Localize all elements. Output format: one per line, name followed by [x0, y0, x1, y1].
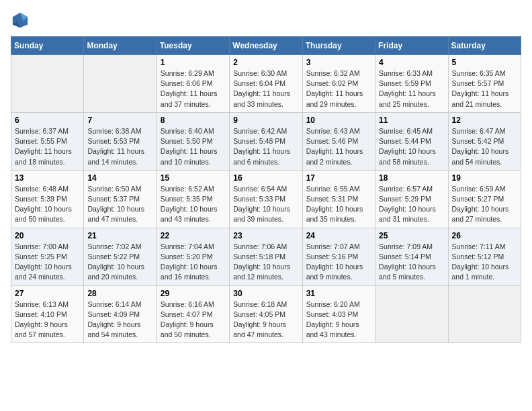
day-info: Sunrise: 6:14 AM Sunset: 4:09 PM Dayligh… — [87, 300, 152, 340]
day-info: Sunrise: 6:54 AM Sunset: 5:33 PM Dayligh… — [233, 184, 298, 225]
calendar-cell: 17Sunrise: 6:55 AM Sunset: 5:31 PM Dayli… — [302, 170, 375, 228]
calendar-cell: 22Sunrise: 7:04 AM Sunset: 5:20 PM Dayli… — [157, 228, 229, 285]
calendar-week-row: 1Sunrise: 6:29 AM Sunset: 6:06 PM Daylig… — [11, 55, 521, 113]
day-info: Sunrise: 6:29 AM Sunset: 6:06 PM Dayligh… — [161, 68, 226, 109]
day-number: 13 — [15, 173, 80, 183]
day-info: Sunrise: 6:55 AM Sunset: 5:31 PM Dayligh… — [306, 184, 371, 225]
calendar-cell: 31Sunrise: 6:20 AM Sunset: 4:03 PM Dayli… — [302, 285, 375, 343]
day-number: 20 — [15, 231, 80, 240]
day-number: 23 — [233, 231, 298, 240]
calendar-cell: 27Sunrise: 6:13 AM Sunset: 4:10 PM Dayli… — [11, 285, 84, 343]
calendar-cell: 8Sunrise: 6:40 AM Sunset: 5:50 PM Daylig… — [157, 112, 229, 170]
day-info: Sunrise: 6:13 AM Sunset: 4:10 PM Dayligh… — [15, 300, 80, 340]
day-info: Sunrise: 6:35 AM Sunset: 5:57 PM Dayligh… — [452, 68, 517, 109]
day-info: Sunrise: 6:16 AM Sunset: 4:07 PM Dayligh… — [161, 300, 226, 340]
calendar-week-row: 13Sunrise: 6:48 AM Sunset: 5:39 PM Dayli… — [11, 170, 521, 228]
day-number: 3 — [306, 58, 371, 67]
day-info: Sunrise: 6:30 AM Sunset: 6:04 PM Dayligh… — [233, 68, 298, 109]
day-number: 19 — [452, 173, 517, 183]
day-info: Sunrise: 6:47 AM Sunset: 5:42 PM Dayligh… — [452, 126, 517, 167]
calendar-cell: 16Sunrise: 6:54 AM Sunset: 5:33 PM Dayli… — [230, 170, 302, 228]
day-info: Sunrise: 6:38 AM Sunset: 5:53 PM Dayligh… — [87, 126, 152, 167]
day-number: 22 — [161, 231, 226, 240]
day-number: 1 — [161, 58, 226, 67]
day-number: 17 — [306, 173, 371, 183]
weekday-header-monday: Monday — [84, 37, 157, 55]
weekday-header-saturday: Saturday — [448, 37, 521, 55]
day-number: 2 — [233, 58, 298, 67]
calendar-cell: 2Sunrise: 6:30 AM Sunset: 6:04 PM Daylig… — [230, 55, 302, 113]
weekday-header-friday: Friday — [375, 37, 448, 55]
day-info: Sunrise: 6:18 AM Sunset: 4:05 PM Dayligh… — [233, 300, 298, 340]
logo — [11, 11, 32, 30]
day-number: 28 — [87, 289, 152, 298]
calendar-cell: 14Sunrise: 6:50 AM Sunset: 5:37 PM Dayli… — [84, 170, 157, 228]
calendar-cell — [375, 285, 448, 343]
day-info: Sunrise: 7:04 AM Sunset: 5:20 PM Dayligh… — [161, 242, 226, 283]
page-header — [11, 11, 521, 30]
calendar-cell — [448, 285, 521, 343]
day-info: Sunrise: 6:45 AM Sunset: 5:44 PM Dayligh… — [379, 126, 444, 167]
calendar-cell: 26Sunrise: 7:11 AM Sunset: 5:12 PM Dayli… — [448, 228, 521, 285]
weekday-header-wednesday: Wednesday — [230, 37, 302, 55]
day-number: 5 — [452, 58, 517, 67]
day-info: Sunrise: 6:50 AM Sunset: 5:37 PM Dayligh… — [87, 184, 152, 225]
calendar-cell: 15Sunrise: 6:52 AM Sunset: 5:35 PM Dayli… — [157, 170, 229, 228]
day-number: 27 — [15, 289, 80, 298]
day-info: Sunrise: 7:02 AM Sunset: 5:22 PM Dayligh… — [87, 242, 152, 283]
day-info: Sunrise: 7:06 AM Sunset: 5:18 PM Dayligh… — [233, 242, 298, 283]
calendar-week-row: 6Sunrise: 6:37 AM Sunset: 5:55 PM Daylig… — [11, 112, 521, 170]
calendar-cell: 10Sunrise: 6:43 AM Sunset: 5:46 PM Dayli… — [302, 112, 375, 170]
day-number: 24 — [306, 231, 371, 240]
day-number: 9 — [233, 116, 298, 125]
calendar-cell: 19Sunrise: 6:59 AM Sunset: 5:27 PM Dayli… — [448, 170, 521, 228]
day-number: 26 — [452, 231, 517, 240]
day-number: 14 — [87, 173, 152, 183]
calendar-cell: 3Sunrise: 6:32 AM Sunset: 6:02 PM Daylig… — [302, 55, 375, 113]
calendar-cell: 18Sunrise: 6:57 AM Sunset: 5:29 PM Dayli… — [375, 170, 448, 228]
calendar-cell: 4Sunrise: 6:33 AM Sunset: 5:59 PM Daylig… — [375, 55, 448, 113]
weekday-header-thursday: Thursday — [302, 37, 375, 55]
day-number: 25 — [379, 231, 444, 240]
day-info: Sunrise: 6:20 AM Sunset: 4:03 PM Dayligh… — [306, 300, 371, 340]
day-number: 31 — [306, 289, 371, 298]
calendar-cell: 20Sunrise: 7:00 AM Sunset: 5:25 PM Dayli… — [11, 228, 84, 285]
day-info: Sunrise: 6:43 AM Sunset: 5:46 PM Dayligh… — [306, 126, 371, 167]
calendar-cell: 24Sunrise: 7:07 AM Sunset: 5:16 PM Dayli… — [302, 228, 375, 285]
calendar-cell: 9Sunrise: 6:42 AM Sunset: 5:48 PM Daylig… — [230, 112, 302, 170]
day-number: 10 — [306, 116, 371, 125]
day-number: 8 — [161, 116, 226, 125]
day-number: 30 — [233, 289, 298, 298]
day-info: Sunrise: 7:07 AM Sunset: 5:16 PM Dayligh… — [306, 242, 371, 283]
day-info: Sunrise: 6:33 AM Sunset: 5:59 PM Dayligh… — [379, 68, 444, 109]
weekday-header-sunday: Sunday — [11, 37, 84, 55]
calendar-cell: 30Sunrise: 6:18 AM Sunset: 4:05 PM Dayli… — [230, 285, 302, 343]
calendar-cell: 25Sunrise: 7:09 AM Sunset: 5:14 PM Dayli… — [375, 228, 448, 285]
calendar-cell: 23Sunrise: 7:06 AM Sunset: 5:18 PM Dayli… — [230, 228, 302, 285]
day-info: Sunrise: 7:00 AM Sunset: 5:25 PM Dayligh… — [15, 242, 80, 283]
calendar-cell: 5Sunrise: 6:35 AM Sunset: 5:57 PM Daylig… — [448, 55, 521, 113]
day-number: 15 — [161, 173, 226, 183]
calendar-cell: 11Sunrise: 6:45 AM Sunset: 5:44 PM Dayli… — [375, 112, 448, 170]
day-info: Sunrise: 6:52 AM Sunset: 5:35 PM Dayligh… — [161, 184, 226, 225]
logo-icon — [11, 11, 30, 30]
calendar-cell — [84, 55, 157, 113]
calendar-cell: 29Sunrise: 6:16 AM Sunset: 4:07 PM Dayli… — [157, 285, 229, 343]
calendar-week-row: 20Sunrise: 7:00 AM Sunset: 5:25 PM Dayli… — [11, 228, 521, 285]
calendar-header-row: SundayMondayTuesdayWednesdayThursdayFrid… — [11, 37, 521, 55]
day-number: 4 — [379, 58, 444, 67]
calendar-cell: 28Sunrise: 6:14 AM Sunset: 4:09 PM Dayli… — [84, 285, 157, 343]
day-number: 6 — [15, 116, 80, 125]
day-number: 21 — [87, 231, 152, 240]
day-info: Sunrise: 6:37 AM Sunset: 5:55 PM Dayligh… — [15, 126, 80, 167]
day-number: 11 — [379, 116, 444, 125]
calendar-cell: 6Sunrise: 6:37 AM Sunset: 5:55 PM Daylig… — [11, 112, 84, 170]
day-info: Sunrise: 7:11 AM Sunset: 5:12 PM Dayligh… — [452, 242, 517, 283]
day-info: Sunrise: 6:59 AM Sunset: 5:27 PM Dayligh… — [452, 184, 517, 225]
calendar-table: SundayMondayTuesdayWednesdayThursdayFrid… — [11, 36, 521, 343]
calendar-cell: 7Sunrise: 6:38 AM Sunset: 5:53 PM Daylig… — [84, 112, 157, 170]
calendar-cell: 12Sunrise: 6:47 AM Sunset: 5:42 PM Dayli… — [448, 112, 521, 170]
day-info: Sunrise: 6:32 AM Sunset: 6:02 PM Dayligh… — [306, 68, 371, 109]
day-info: Sunrise: 6:48 AM Sunset: 5:39 PM Dayligh… — [15, 184, 80, 225]
calendar-cell: 1Sunrise: 6:29 AM Sunset: 6:06 PM Daylig… — [157, 55, 229, 113]
